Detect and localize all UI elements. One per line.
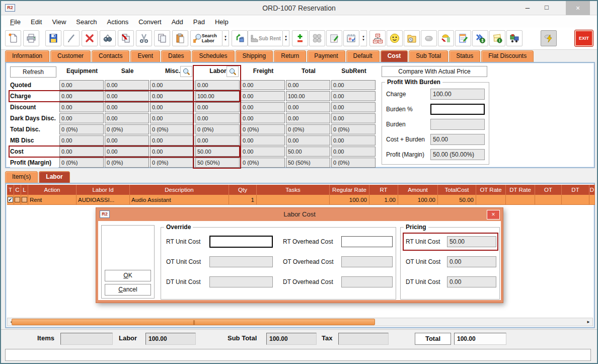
menu-pad[interactable]: Pad (188, 17, 210, 27)
burden-pct-input[interactable] (430, 104, 485, 115)
col-ot[interactable]: OT (535, 185, 562, 195)
notes-button[interactable] (326, 30, 342, 46)
tab-cost[interactable]: Cost (381, 50, 408, 62)
status-bar-input[interactable] (5, 349, 591, 361)
memo-edit-button[interactable] (455, 30, 471, 46)
calendar-dropdown[interactable]: ▼▼ (360, 30, 367, 46)
print-button[interactable] (23, 30, 39, 46)
quick-action-button[interactable] (541, 30, 557, 46)
cost-cell: 0.00 (59, 147, 104, 157)
col-amount[interactable]: Amount (398, 185, 438, 195)
rt-overhead-cost-input[interactable] (341, 236, 393, 247)
tab-items[interactable]: Item(s) (5, 171, 38, 183)
smiley-button[interactable] (387, 30, 403, 46)
col-ot-rate[interactable]: OT Rate (476, 185, 506, 195)
group-items-button[interactable] (309, 30, 325, 46)
scrollbar-thumb[interactable] (12, 319, 375, 325)
copy-to-document-button[interactable] (118, 30, 134, 46)
paste-button[interactable] (172, 30, 188, 46)
labor-table-row[interactable]: ✔ Rent AUDIOASSI... Audio Assistant 1 10… (7, 195, 595, 205)
cut-button[interactable] (136, 30, 152, 46)
disabled-tool-button (421, 30, 437, 46)
pricing-ot-unit-cost-field: 0.00 (447, 256, 496, 267)
convert-button[interactable] (232, 30, 248, 46)
shipping-truck-button[interactable] (506, 30, 522, 46)
col-qty[interactable]: Qty (229, 185, 257, 195)
col-t[interactable]: T (7, 185, 14, 195)
col-dt-rate[interactable]: DT Rate (506, 185, 535, 195)
col-dt[interactable]: DT (562, 185, 589, 195)
sub-rent-button[interactable]: Sub Rent (248, 30, 283, 46)
cell-dt (562, 195, 589, 204)
scroll-right-button[interactable]: ► (584, 318, 592, 326)
t-checkbox[interactable]: ✔ (8, 197, 13, 202)
l-checkbox[interactable] (22, 197, 27, 202)
add-remove-button[interactable] (292, 30, 308, 46)
copy-button[interactable] (154, 30, 170, 46)
find-button[interactable] (100, 30, 116, 46)
menu-view[interactable]: View (47, 17, 71, 27)
col-c[interactable]: C (14, 185, 21, 195)
org-chart-button[interactable] (369, 30, 386, 46)
billing-notes-button[interactable] (489, 30, 505, 46)
col-tasks[interactable]: Tasks (257, 185, 330, 195)
search-labor-button[interactable]: Search Labor (190, 30, 222, 46)
cell-ot (535, 195, 562, 204)
col-l[interactable]: L (21, 185, 28, 195)
c-checkbox[interactable] (15, 197, 20, 202)
tab-schedules[interactable]: Schedules (192, 50, 234, 62)
menu-help[interactable]: Help (210, 17, 234, 27)
cancel-button[interactable]: Cancel (105, 284, 151, 296)
crew-assign-button[interactable] (438, 30, 454, 46)
dialog-close-button[interactable]: × (487, 210, 500, 220)
menu-convert[interactable]: Convert (133, 17, 167, 27)
save-button[interactable] (45, 30, 61, 46)
col-rt[interactable]: RT (369, 185, 398, 195)
col-description[interactable]: Description (130, 185, 229, 195)
payment-forward-button[interactable] (472, 30, 488, 46)
col-regular-rate[interactable]: Regular Rate (330, 185, 369, 195)
tab-return[interactable]: Return (274, 50, 306, 62)
tab-information[interactable]: Information (5, 50, 49, 62)
close-button[interactable]: × (566, 1, 590, 15)
tab-flat-discounts[interactable]: Flat Discounts (481, 50, 534, 62)
col-labor-id[interactable]: Labor Id (77, 185, 130, 195)
tab-dates[interactable]: Dates (161, 50, 191, 62)
tab-contacts[interactable]: Contacts (92, 50, 129, 62)
tab-customer[interactable]: Customer (50, 50, 91, 62)
rt-unit-cost-input[interactable] (209, 236, 273, 248)
col-action[interactable]: Action (28, 185, 77, 195)
cost-cell: 100.00 (286, 91, 330, 101)
new-document-button[interactable] (5, 30, 21, 46)
search-labor-dropdown[interactable]: ▼▼ (222, 30, 229, 46)
maximize-button[interactable]: □ (539, 1, 555, 15)
compare-with-actual-price-button[interactable]: Compare With Actual Price (382, 66, 487, 77)
misc-search-button[interactable] (180, 66, 192, 77)
tab-sub-total[interactable]: Sub Total (409, 50, 448, 62)
tab-shipping[interactable]: Shipping (236, 50, 273, 62)
tab-status[interactable]: Status (449, 50, 480, 62)
ok-button[interactable]: OK (105, 270, 151, 281)
refresh-button[interactable]: Refresh (10, 66, 56, 78)
folder-history-button[interactable] (404, 30, 420, 46)
exit-button[interactable]: EXIT (575, 30, 593, 46)
edit-pen-button[interactable] (63, 30, 80, 46)
menu-search[interactable]: Search (71, 17, 102, 27)
search-labor-icon (192, 33, 202, 44)
labor-search-button[interactable] (227, 66, 239, 77)
sub-rent-dropdown[interactable]: ▼▼ (283, 30, 289, 46)
col-d[interactable]: D (589, 185, 595, 195)
menu-edit[interactable]: Edit (26, 17, 47, 27)
tab-default[interactable]: Default (346, 50, 380, 62)
col-total-cost[interactable]: TotalCost (438, 185, 476, 195)
tab-event[interactable]: Event (130, 50, 160, 62)
minimize-button[interactable]: – (519, 1, 536, 15)
calendar-button[interactable] (343, 30, 359, 46)
tab-payment[interactable]: Payment (307, 50, 345, 62)
cell-amount: 100.00 (398, 195, 438, 204)
delete-button[interactable] (82, 30, 98, 46)
menu-add[interactable]: Add (167, 17, 188, 27)
menu-file[interactable]: File (5, 17, 26, 27)
tab-labor[interactable]: Labor (39, 171, 69, 183)
menu-actions[interactable]: Actions (102, 17, 134, 27)
